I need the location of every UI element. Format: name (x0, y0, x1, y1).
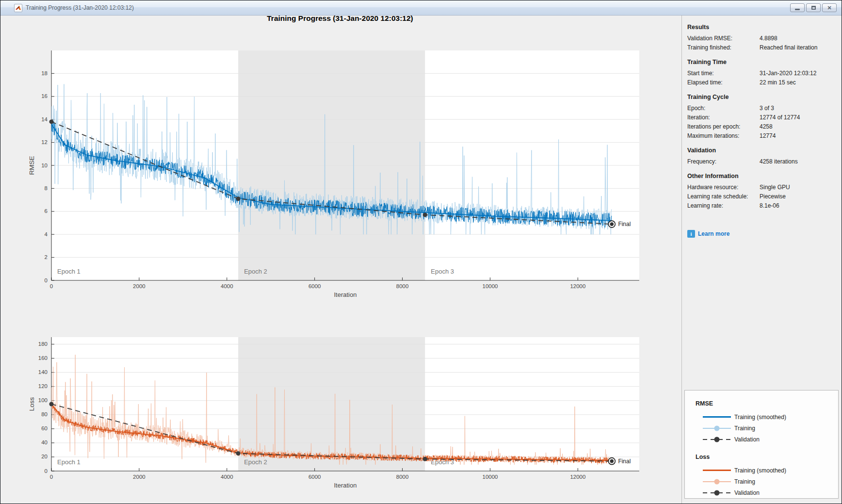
svg-text:Iteration: Iteration (334, 482, 357, 489)
svg-text:180: 180 (38, 341, 48, 347)
svg-text:Epoch 2: Epoch 2 (244, 458, 267, 466)
svg-text:18: 18 (41, 70, 48, 76)
legend-item-label: Training (smoothed) (734, 467, 786, 474)
svg-text:2000: 2000 (133, 474, 146, 480)
section-heading: Other Information (687, 173, 836, 179)
info-label: Start time: (687, 69, 760, 78)
svg-text:6: 6 (45, 208, 48, 214)
info-value: Reached final iteration (760, 43, 836, 52)
info-row: Iterations per epoch: 4258 (687, 122, 836, 131)
svg-text:RMSE: RMSE (28, 156, 35, 175)
legend-item: Validation (696, 487, 838, 498)
training-progress-window: Training Progress (31-Jan-2020 12:03:12)… (0, 0, 842, 504)
svg-text:10: 10 (41, 163, 48, 168)
legend-group-title: Loss (696, 454, 838, 460)
svg-text:0: 0 (45, 277, 48, 283)
legend-group-loss: Loss Training (smoothed) Training Valida… (696, 454, 838, 498)
info-row: Elapsed time: 22 min 15 sec (687, 78, 836, 87)
svg-text:80: 80 (41, 411, 48, 417)
legend-item-label: Training (734, 425, 755, 432)
legend-item: Validation (696, 434, 838, 445)
svg-text:Epoch 1: Epoch 1 (57, 268, 81, 275)
info-label: Epoch: (687, 104, 760, 113)
legend-item-label: Training (734, 478, 755, 485)
learn-more-link[interactable]: i Learn more (687, 230, 836, 238)
svg-text:4000: 4000 (221, 474, 233, 480)
svg-text:16: 16 (41, 93, 48, 99)
svg-text:2: 2 (45, 254, 48, 260)
legend-group-title: RMSE (696, 400, 838, 407)
info-label: Training finished: (687, 43, 760, 52)
legend-line-sample (703, 437, 731, 442)
matlab-icon (14, 4, 22, 12)
svg-text:12000: 12000 (570, 283, 585, 289)
results-section: Results Validation RMSE: 4.8898 Training… (687, 24, 836, 52)
info-row: Iteration: 12774 of 12774 (687, 113, 836, 122)
svg-text:Epoch 3: Epoch 3 (431, 268, 454, 275)
svg-text:4000: 4000 (221, 283, 233, 289)
section-heading: Results (687, 24, 836, 31)
legend-group-rmse: RMSE Training (smoothed) Training Valida… (696, 400, 838, 445)
info-label: Learning rate schedule: (687, 192, 760, 201)
maximize-button[interactable] (806, 3, 821, 12)
svg-text:100: 100 (38, 397, 48, 403)
svg-text:Loss: Loss (28, 397, 35, 411)
minimize-icon (795, 9, 800, 10)
info-row: Learning rate: 8.1e-06 (687, 201, 836, 211)
info-row: Frequency: 4258 iterations (687, 157, 836, 166)
info-value: Piecewise (760, 192, 836, 201)
other-information-section: Other Information Hardware resource: Sin… (687, 173, 836, 211)
info-label: Frequency: (687, 157, 760, 166)
info-row: Validation RMSE: 4.8898 (687, 34, 836, 43)
svg-text:14: 14 (41, 116, 48, 122)
svg-text:0: 0 (50, 283, 53, 289)
legend-line-sample (703, 468, 731, 473)
info-row: Learning rate schedule: Piecewise (687, 192, 836, 201)
info-label: Maximum iterations: (687, 131, 760, 141)
svg-text:12: 12 (41, 139, 48, 145)
window-title: Training Progress (31-Jan-2020 12:03:12) (26, 4, 134, 11)
info-row: Start time: 31-Jan-2020 12:03:12 (687, 69, 836, 78)
svg-text:20: 20 (41, 454, 48, 459)
svg-text:60: 60 (41, 425, 48, 431)
info-row: Hardware resource: Single GPU (687, 183, 836, 192)
section-heading: Training Time (687, 59, 836, 65)
info-value: 12774 of 12774 (760, 113, 836, 122)
svg-text:Iteration: Iteration (334, 291, 357, 298)
legend: RMSE Training (smoothed) Training Valida… (684, 390, 839, 499)
info-label: Validation RMSE: (687, 34, 760, 43)
training-time-section: Training Time Start time: 31-Jan-2020 12… (687, 59, 836, 87)
info-row: Training finished: Reached final iterati… (687, 43, 836, 52)
info-value: 4258 iterations (760, 157, 836, 166)
info-row: Maximum iterations: 12774 (687, 131, 836, 141)
info-value: 4.8898 (760, 34, 836, 43)
legend-item-label: Training (smoothed) (734, 414, 786, 421)
info-icon: i (687, 230, 695, 238)
info-value: 12774 (760, 131, 836, 141)
info-label: Iteration: (687, 113, 760, 122)
svg-text:4: 4 (45, 231, 48, 237)
svg-text:140: 140 (38, 369, 48, 375)
section-heading: Validation (687, 147, 836, 154)
info-label: Hardware resource: (687, 183, 760, 192)
info-value: 3 of 3 (760, 104, 836, 113)
close-button[interactable]: ✕ (822, 3, 837, 12)
legend-item: Training (smoothed) (696, 465, 838, 476)
svg-text:160: 160 (38, 355, 48, 361)
svg-text:6000: 6000 (308, 283, 321, 289)
svg-text:Final: Final (618, 458, 631, 465)
legend-item: Training (696, 476, 838, 487)
svg-text:10000: 10000 (482, 283, 498, 289)
legend-line-sample (703, 414, 731, 420)
svg-text:40: 40 (41, 439, 48, 445)
info-value: 8.1e-06 (760, 201, 836, 211)
info-value: 31-Jan-2020 12:03:12 (760, 69, 836, 78)
info-value: 22 min 15 sec (760, 78, 836, 87)
minimize-button[interactable] (790, 3, 805, 12)
svg-text:8000: 8000 (396, 474, 409, 480)
legend-item: Training (smoothed) (696, 411, 838, 423)
svg-text:Epoch 2: Epoch 2 (244, 268, 267, 275)
svg-text:6000: 6000 (308, 474, 321, 480)
legend-line-sample (703, 479, 731, 485)
close-icon: ✕ (827, 5, 831, 11)
